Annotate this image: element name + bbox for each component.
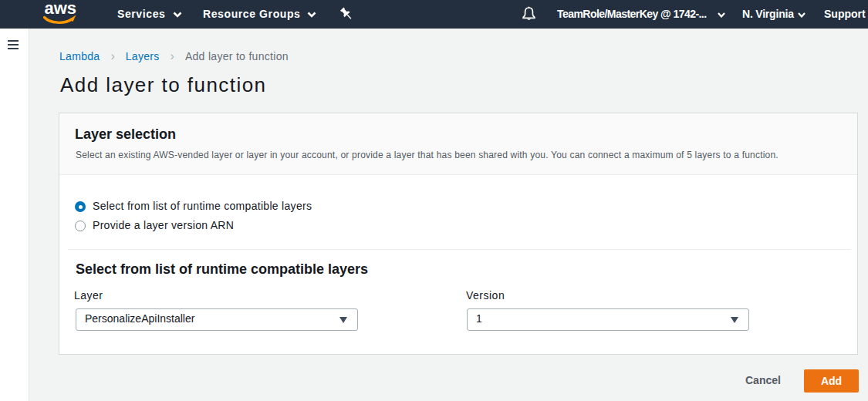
svg-text:aws: aws — [45, 2, 77, 18]
